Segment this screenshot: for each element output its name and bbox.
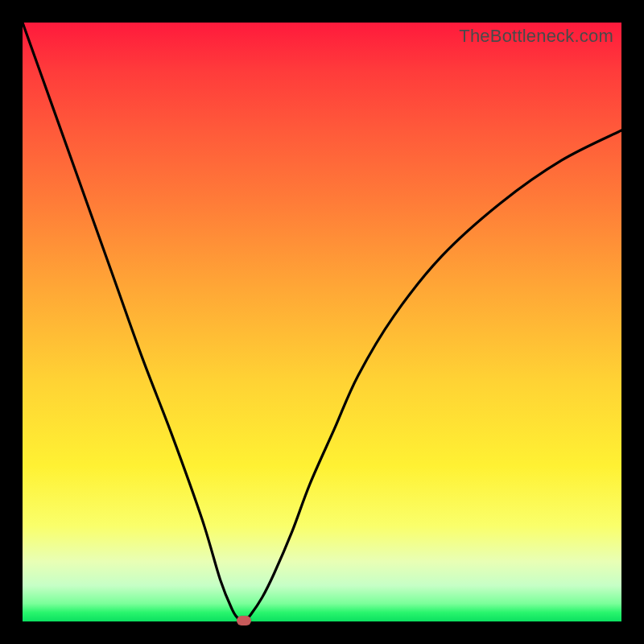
bottleneck-curve <box>23 23 621 621</box>
plot-area: TheBottleneck.com <box>23 23 621 621</box>
chart-frame: TheBottleneck.com <box>0 0 644 644</box>
minimum-marker <box>237 616 251 625</box>
